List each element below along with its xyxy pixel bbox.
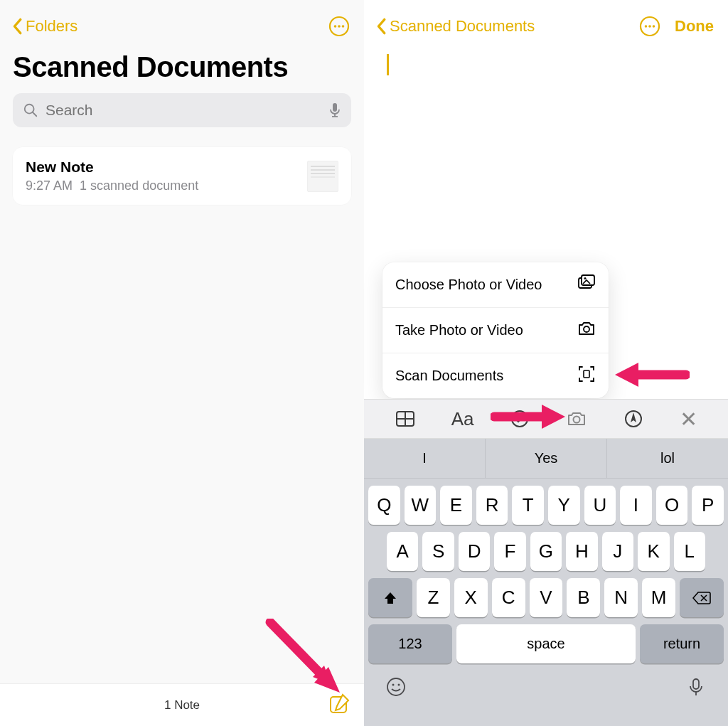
attachment-menu: Choose Photo or Video Take Photo or Vide…	[382, 262, 609, 398]
suggestion[interactable]: Yes	[486, 439, 607, 478]
page-title: Scanned Documents	[0, 44, 364, 93]
ellipsis-circle-icon	[328, 16, 350, 37]
key[interactable]: X	[454, 578, 488, 617]
svg-point-23	[512, 411, 528, 427]
checklist-icon	[509, 408, 530, 429]
annotation-arrow	[611, 357, 690, 393]
text-cursor	[387, 54, 389, 75]
back-label: Scanned Documents	[390, 17, 535, 36]
key[interactable]: T	[512, 486, 544, 525]
svg-point-26	[387, 678, 405, 695]
key[interactable]: W	[405, 486, 437, 525]
key[interactable]: F	[494, 532, 525, 571]
key[interactable]: J	[602, 532, 633, 571]
ellipsis-circle-icon	[639, 16, 660, 37]
close-toolbar-button[interactable]: ✕	[680, 407, 697, 432]
camera-toolbar-button[interactable]	[566, 408, 587, 429]
dictation-icon[interactable]	[328, 102, 341, 119]
note-title: New Note	[26, 159, 307, 176]
document-scanner-icon	[577, 365, 596, 387]
note-list-item[interactable]: New Note 9:27 AM 1 scanned document	[13, 147, 351, 205]
text-format-button[interactable]: Aa	[451, 408, 474, 430]
svg-point-2	[338, 25, 341, 28]
shift-key[interactable]	[368, 578, 412, 617]
keyboard: I Yes lol Q W E R T Y U I O P A S D F G …	[364, 439, 728, 726]
editor-header: Scanned Documents Done	[364, 0, 728, 44]
back-button[interactable]: Folders	[11, 17, 77, 36]
compose-icon	[328, 692, 351, 715]
key[interactable]: Q	[368, 486, 400, 525]
table-button[interactable]	[395, 408, 416, 429]
list-header: Folders	[0, 0, 364, 44]
keyboard-bottom-row	[364, 663, 728, 700]
back-button[interactable]: Scanned Documents	[375, 17, 535, 36]
svg-rect-19	[584, 370, 589, 378]
note-subtitle: 9:27 AM 1 scanned document	[26, 178, 307, 193]
key[interactable]: N	[604, 578, 638, 617]
key[interactable]: D	[459, 532, 490, 571]
key[interactable]: P	[692, 486, 724, 525]
suggestion[interactable]: lol	[607, 439, 728, 478]
key[interactable]: E	[440, 486, 472, 525]
key[interactable]: L	[674, 532, 705, 571]
markup-icon	[623, 408, 644, 429]
shift-icon	[382, 590, 398, 606]
return-key[interactable]: return	[640, 624, 724, 663]
compose-button[interactable]	[328, 692, 351, 717]
emoji-button[interactable]	[385, 676, 407, 700]
svg-point-12	[645, 25, 648, 28]
svg-point-28	[398, 684, 400, 686]
back-label: Folders	[26, 17, 77, 36]
format-toolbar: Aa ✕	[364, 399, 728, 439]
note-text: New Note 9:27 AM 1 scanned document	[26, 159, 307, 193]
dictation-icon	[685, 676, 707, 698]
menu-scan-documents[interactable]: Scan Documents	[382, 353, 609, 398]
search-bar[interactable]	[13, 93, 351, 127]
search-input[interactable]	[46, 102, 321, 119]
list-footer: 1 Note	[0, 683, 364, 726]
note-thumbnail	[307, 161, 338, 192]
menu-take-photo[interactable]: Take Photo or Video	[382, 307, 609, 353]
key[interactable]: R	[476, 486, 508, 525]
search-icon	[23, 102, 38, 118]
key[interactable]: A	[387, 532, 418, 571]
numeric-key[interactable]: 123	[368, 624, 452, 663]
menu-choose-photo[interactable]: Choose Photo or Video	[382, 262, 609, 307]
key[interactable]: V	[530, 578, 563, 617]
key[interactable]: M	[642, 578, 675, 617]
svg-point-18	[584, 326, 589, 332]
done-button[interactable]: Done	[675, 17, 714, 36]
checklist-button[interactable]	[509, 408, 530, 429]
svg-point-14	[653, 25, 655, 28]
svg-rect-6	[333, 103, 337, 112]
dictation-button[interactable]	[685, 676, 707, 700]
svg-point-17	[584, 277, 587, 279]
editor-actions: Done	[639, 16, 714, 37]
key[interactable]: B	[567, 578, 600, 617]
svg-point-3	[342, 25, 345, 28]
key[interactable]: K	[638, 532, 669, 571]
key[interactable]: I	[620, 486, 652, 525]
backspace-key[interactable]	[680, 578, 724, 617]
more-button[interactable]	[328, 16, 350, 37]
space-key[interactable]: space	[456, 624, 636, 663]
chevron-left-icon	[11, 18, 23, 35]
key[interactable]: G	[530, 532, 562, 571]
svg-point-27	[392, 684, 395, 686]
svg-line-5	[33, 112, 37, 117]
note-editor-screen: Scanned Documents Done Choose Photo or V…	[364, 0, 728, 726]
svg-point-13	[648, 25, 651, 28]
key-row-1: Q W E R T Y U I O P	[364, 486, 728, 525]
markup-button[interactable]	[623, 408, 644, 429]
key[interactable]: S	[422, 532, 454, 571]
close-icon: ✕	[680, 407, 697, 432]
key-row-4: 123 space return	[364, 624, 728, 663]
key[interactable]: Y	[548, 486, 580, 525]
more-button[interactable]	[639, 16, 660, 37]
key[interactable]: C	[492, 578, 525, 617]
key[interactable]: O	[656, 486, 688, 525]
suggestion[interactable]: I	[364, 439, 486, 478]
key[interactable]: U	[584, 486, 616, 525]
key[interactable]: Z	[417, 578, 450, 617]
key[interactable]: H	[566, 532, 597, 571]
